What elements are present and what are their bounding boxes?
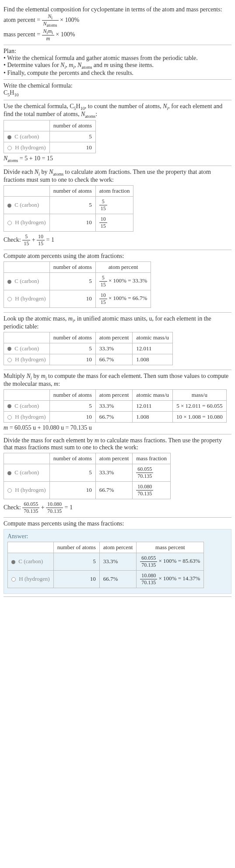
table-row: C (carbon)5515 [4,196,133,214]
hydrogen-dot-icon [7,358,12,362]
answer-box: Answer: number of atomsatom percentmass … [4,529,231,594]
atom-fraction-section: Divide each Ni by Natoms to calculate at… [4,166,231,250]
am-table: number of atomsatom percentatomic mass/u… [4,332,173,365]
count-intro: Use the chemical formula, C5H10, to coun… [4,103,231,119]
mass-fraction-section: Divide the mass for each element by m to… [4,434,231,518]
table-row: H (hydrogen)1066.7%1.00810 × 1.008 = 10.… [4,411,227,422]
table-row: C (carbon)5515 × 100% = 33.3% [4,272,151,290]
answer-label: Answer: [7,533,228,540]
intro: Find the elemental composition for cyclo… [4,4,231,45]
table-row: H (hydrogen)101015 × 100% = 66.7% [4,290,151,307]
mf-intro: Divide the mass for each element by m to… [4,437,231,451]
plan-b3: • Finally, compute the percents and chec… [4,70,231,77]
hydrogen-dot-icon [7,221,12,225]
table-row: C (carbon)533.3%60.05570.135 [4,464,171,481]
table-row: H (hydrogen)1066.7%1.008 [4,354,173,365]
answer-table: number of atomsatom percentmass percent … [7,542,204,588]
carbon-dot-icon [7,404,11,408]
carbon-dot-icon [7,471,11,475]
formula-section: Write the chemical formula: C5H10 [4,80,231,100]
hydrogen-dot-icon [7,146,12,150]
plan-b2: • Determine values for Ni, mi, Natoms an… [4,62,231,70]
table-row: C (carbon)533.3%60.05570.135 × 100% = 85… [8,553,204,570]
carbon-dot-icon [11,560,15,564]
carbon-dot-icon [7,135,11,139]
plan: Plan: • Write the chemical formula and g… [4,45,231,80]
formula-head: Write the chemical formula: [4,82,231,89]
plan-head: Plan: [4,48,231,55]
af-table: number of atomsatom fraction C (carbon)5… [4,185,133,232]
table-row: C (carbon)5 [4,131,96,142]
mf-check: Check: 60.05570.135 + 10.08070.135 = 1 [4,501,231,515]
count-eq: Natoms = 5 + 10 = 15 [4,155,231,163]
mass-percent-section: Compute mass percents using the mass fra… [4,518,231,597]
mass-eq: m = 60.055 u + 10.080 u = 70.135 u [4,424,231,431]
table-row: H (hydrogen)1066.7%10.08070.135 × 100% =… [8,570,204,588]
table-row: H (hydrogen)101015 [4,214,133,231]
af-check: Check: 515 + 1015 = 1 [4,233,231,247]
carbon-dot-icon [7,204,11,208]
hydrogen-dot-icon [7,297,12,301]
count-table: number of atoms C (carbon)5 H (hydrogen)… [4,120,96,153]
count-section: Use the chemical formula, C5H10, to coun… [4,100,231,166]
atom-percent-section: Compute atom percents using the atom fra… [4,250,231,313]
mf-table: number of atomsatom percentmass fraction… [4,453,171,499]
mass-intro: Multiply Ni by mi to compute the mass fo… [4,373,231,388]
carbon-dot-icon [7,347,11,351]
formula-val: C5H10 [4,89,231,97]
atomic-mass-section: Look up the atomic mass, mi, in unified … [4,313,231,370]
atom-percent-formula: atom percent = NiNatoms × 100% [4,13,231,28]
ap-intro: Compute atom percents using the atom fra… [4,253,231,260]
table-row: H (hydrogen)1066.7%10.08070.135 [4,481,171,499]
mp-intro: Compute mass percents using the mass fra… [4,520,231,527]
hydrogen-dot-icon [11,577,16,582]
hydrogen-dot-icon [7,488,12,493]
intro-text: Find the elemental composition for cyclo… [4,6,231,13]
mass-section: Multiply Ni by mi to compute the mass fo… [4,370,231,434]
hydrogen-dot-icon [7,415,12,420]
table-row: H (hydrogen)10 [4,142,96,153]
table-row: C (carbon)533.3%12.011 [4,343,173,354]
plan-b1: • Write the chemical formula and gather … [4,55,231,62]
ap-table: number of atomsatom percent C (carbon)55… [4,261,151,308]
mass-percent-formula: mass percent = Nimim × 100% [4,28,231,42]
carbon-dot-icon [7,280,11,284]
af-intro: Divide each Ni by Natoms to calculate at… [4,169,231,183]
mass-table: number of atomsatom percentatomic mass/u… [4,389,227,423]
table-row: C (carbon)533.3%12.0115 × 12.011 = 60.05… [4,400,227,411]
am-intro: Look up the atomic mass, mi, in unified … [4,315,231,330]
